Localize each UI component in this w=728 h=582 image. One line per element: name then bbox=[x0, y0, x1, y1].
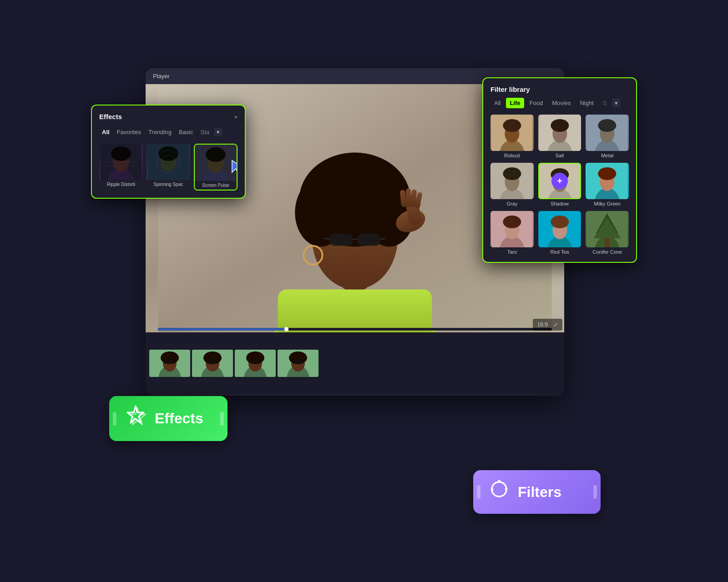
svg-rect-2 bbox=[278, 290, 432, 332]
timeline-thumb bbox=[278, 350, 318, 377]
effects-tabs: All Favorites Trending Basic Sta ▾ bbox=[99, 127, 238, 137]
effects-tab-trending[interactable]: Trending bbox=[146, 127, 174, 137]
effect-label-ripple: Ripple Distorti bbox=[99, 180, 143, 189]
effect-item-spinning[interactable]: Spinning Spac bbox=[147, 144, 190, 191]
filter-tab-dropdown[interactable]: ▾ bbox=[612, 98, 621, 108]
filter-item-milkygreen[interactable]: Milky Green bbox=[586, 163, 629, 206]
effect-item-ripple[interactable]: Ripple Distorti bbox=[99, 144, 143, 191]
filter-thumb-metal bbox=[586, 115, 629, 151]
filter-preview-metal bbox=[586, 115, 629, 151]
timeline-thumb bbox=[192, 350, 233, 377]
filter-label-taro: Taro bbox=[490, 249, 534, 255]
filter-thumb-salt bbox=[538, 115, 581, 151]
cursor-arrow bbox=[230, 159, 238, 177]
scene: Player bbox=[91, 41, 637, 541]
effects-badge-text: Effects bbox=[155, 410, 203, 427]
filter-label-robust: Robust bbox=[490, 153, 534, 158]
filter-tab-all[interactable]: All bbox=[490, 98, 504, 108]
filter-grid: Robust Salt bbox=[490, 115, 629, 255]
svg-rect-101 bbox=[605, 238, 610, 247]
filter-tab-s[interactable]: S bbox=[599, 98, 611, 108]
svg-point-92 bbox=[503, 216, 521, 228]
filter-preview-salt bbox=[538, 115, 581, 151]
svg-point-23 bbox=[284, 327, 288, 331]
timeline-thumb-svg-4 bbox=[278, 350, 318, 377]
filter-tab-movies[interactable]: Movies bbox=[548, 98, 574, 108]
filter-preview-milkygreen bbox=[586, 163, 629, 199]
timeline-thumb-inner bbox=[192, 350, 233, 377]
filter-item-robust[interactable]: Robust bbox=[490, 115, 534, 158]
collapse-button[interactable]: « bbox=[234, 113, 238, 120]
svg-point-57 bbox=[158, 146, 178, 161]
timeline-thumb bbox=[235, 350, 276, 377]
filter-preview-gray bbox=[490, 163, 534, 199]
filter-thumb-redtea bbox=[538, 211, 581, 247]
effect-thumb-spinning bbox=[147, 144, 190, 180]
filter-tab-food[interactable]: Food bbox=[526, 98, 547, 108]
svg-point-68 bbox=[503, 119, 521, 132]
effect-item-screen[interactable]: Screen Pulse bbox=[194, 144, 238, 191]
filter-label-milkygreen: Milky Green bbox=[586, 201, 629, 206]
timeline-thumb bbox=[149, 350, 190, 377]
effect-preview-spinning bbox=[147, 144, 190, 180]
svg-point-8 bbox=[321, 161, 389, 212]
filter-panel: Filter library All Life Food Movies Nigh… bbox=[482, 77, 637, 263]
badge-notch-left bbox=[113, 412, 116, 426]
effects-tab-basic[interactable]: Basic bbox=[176, 127, 196, 137]
svg-point-51 bbox=[111, 146, 131, 161]
effects-tab-all[interactable]: All bbox=[99, 127, 112, 137]
svg-rect-35 bbox=[212, 361, 217, 364]
filter-item-gray[interactable]: Gray bbox=[490, 163, 534, 206]
svg-marker-104 bbox=[505, 488, 508, 491]
filters-badge-notch-left bbox=[477, 485, 480, 499]
timeline-thumb-inner bbox=[149, 350, 190, 377]
filter-panel-title: Filter library bbox=[490, 85, 629, 93]
filters-badge-text: Filters bbox=[518, 484, 561, 501]
effects-tab-dropdown[interactable]: ▾ bbox=[214, 128, 222, 136]
effects-tab-sta[interactable]: Sta bbox=[198, 127, 212, 137]
filter-preview-redtea bbox=[538, 211, 581, 247]
svg-point-96 bbox=[551, 216, 569, 228]
timeline-thumb-svg bbox=[149, 350, 190, 377]
expand-icon[interactable]: ⤢ bbox=[553, 321, 558, 328]
filter-tabs: All Life Food Movies Night S ▾ bbox=[490, 98, 629, 108]
filter-label-conifer: Conifer Cone bbox=[586, 249, 629, 255]
filter-tab-life[interactable]: Life bbox=[506, 98, 524, 108]
filter-thumb-milkygreen bbox=[586, 163, 629, 199]
filter-label-metal: Metal bbox=[586, 153, 629, 158]
svg-rect-29 bbox=[169, 361, 174, 364]
player-timeline bbox=[146, 332, 564, 394]
filter-item-taro[interactable]: Taro bbox=[490, 211, 534, 255]
filters-recycle-icon bbox=[488, 478, 511, 501]
svg-point-63 bbox=[206, 147, 226, 162]
effect-label-screen: Screen Pulse bbox=[195, 181, 237, 190]
svg-rect-9 bbox=[329, 234, 353, 246]
effects-header: Effects « bbox=[99, 113, 238, 120]
timeline-thumb-svg-3 bbox=[235, 350, 276, 377]
svg-point-88 bbox=[598, 167, 617, 180]
effects-tab-favorites[interactable]: Favorites bbox=[114, 127, 144, 137]
effects-grid: Ripple Distorti Spinning Spac bbox=[99, 144, 238, 191]
filter-tab-night[interactable]: Night bbox=[576, 98, 597, 108]
filter-item-salt[interactable]: Salt bbox=[538, 115, 581, 158]
filter-thumb-robust bbox=[490, 115, 534, 151]
player-controls-bar: 16:9 ⤢ bbox=[533, 319, 562, 331]
filter-thumb-taro bbox=[490, 211, 534, 247]
timeline-thumb-inner bbox=[235, 350, 276, 377]
effects-badge[interactable]: Effects bbox=[109, 396, 228, 441]
filter-label-redtea: Red Tea bbox=[538, 249, 581, 255]
svg-rect-47 bbox=[298, 361, 302, 364]
svg-rect-18 bbox=[406, 189, 411, 207]
effects-star-icon bbox=[124, 404, 147, 428]
aspect-ratio-display[interactable]: 16:9 bbox=[537, 321, 548, 328]
effect-label-spinning: Spinning Spac bbox=[147, 180, 190, 189]
filter-item-conifer[interactable]: Conifer Cone bbox=[586, 211, 629, 255]
filter-label-salt: Salt bbox=[538, 153, 581, 158]
filter-preview-robust bbox=[490, 115, 534, 151]
filter-item-shadow[interactable]: + Shadow bbox=[538, 163, 581, 206]
filters-badge[interactable]: Filters bbox=[473, 470, 601, 514]
filters-badge-icon bbox=[488, 478, 511, 506]
filter-item-metal[interactable]: Metal bbox=[586, 115, 629, 158]
filter-item-redtea[interactable]: Red Tea bbox=[538, 211, 581, 255]
plus-badge[interactable]: + bbox=[551, 173, 568, 189]
